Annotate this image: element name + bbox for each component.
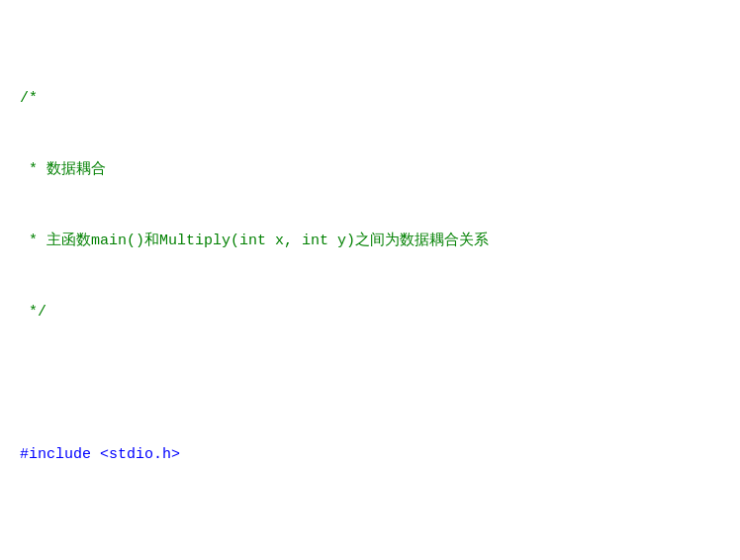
code-display: /* * 数据耦合 * 主函数main()和Multiply(int x, in… <box>20 16 720 560</box>
line-include: #include <stdio.h> <box>20 443 720 467</box>
line-blank-1 <box>20 372 720 396</box>
line-comment-1: /* <box>20 87 720 111</box>
line-blank-2 <box>20 514 720 538</box>
line-comment-2: * 数据耦合 <box>20 158 720 182</box>
line-comment-4: */ <box>20 301 720 325</box>
line-comment-3: * 主函数main()和Multiply(int x, int y)之间为数据耦… <box>20 230 720 253</box>
